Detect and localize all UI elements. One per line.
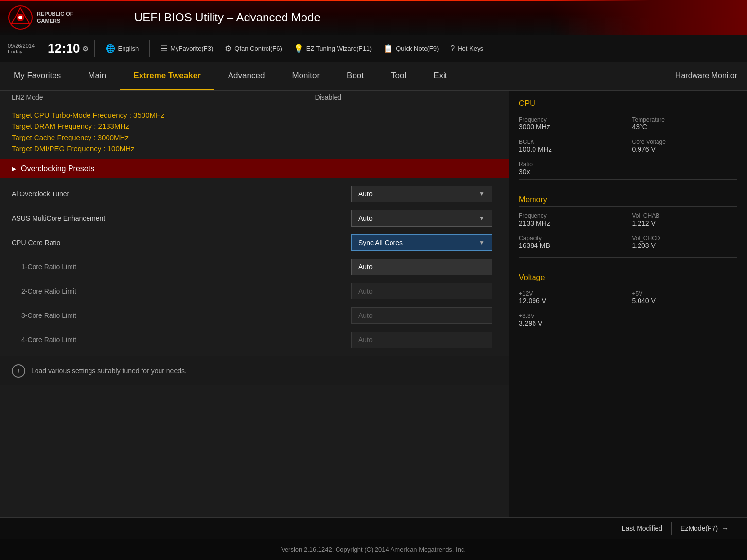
hardware-monitor-text: Hardware Monitor <box>676 71 737 80</box>
cpu-bclk-value: 100.0 MHz <box>519 145 624 153</box>
tab-my-favorites[interactable]: My Favorites <box>0 62 74 90</box>
quick-note-button[interactable]: 📋 Quick Note(F9) <box>378 42 444 55</box>
v5-value: 5.040 V <box>632 297 738 305</box>
time-display: 12:10 ⚙ <box>48 41 89 56</box>
v12-v5-grid: +12V 12.096 V +5V 5.040 V <box>519 290 737 309</box>
datetime-display: 09/26/2014 Friday <box>8 43 42 54</box>
tab-boot[interactable]: Boot <box>333 62 377 90</box>
setting-row-1core: 1-Core Ratio Limit Auto <box>0 255 509 279</box>
cpu-vcore-value: 0.976 V <box>632 145 738 153</box>
mem-freq-value: 2133 MHz <box>519 219 624 227</box>
section-label: Overclocking Presets <box>21 164 94 173</box>
language-button[interactable]: 🌐 English <box>101 42 144 55</box>
4core-input-text: Auto <box>358 336 373 344</box>
info-lines: Target CPU Turbo-Mode Frequency : 3500MH… <box>0 103 509 159</box>
settings-area: Ai Overclock Tuner Auto ▼ ASUS MultiCore… <box>0 178 509 356</box>
multicore-dropdown-text: Auto <box>358 214 373 222</box>
fan-icon: ⚙ <box>225 44 231 53</box>
rog-logo-icon <box>8 5 33 30</box>
mem-vchab-value: 1.212 V <box>632 219 738 227</box>
cpu-bclk-group: BCLK 100.0 MHz <box>519 139 624 157</box>
my-favorite-label: MyFavorite(F3) <box>170 45 213 52</box>
tab-exit[interactable]: Exit <box>420 62 461 90</box>
ez-mode-label: EzMode(F7) <box>680 525 718 532</box>
cpu-freq-value: 3000 MHz <box>519 123 624 131</box>
2core-input-text: Auto <box>358 287 373 295</box>
cpu-ratio-group: Ratio 30x <box>519 161 737 175</box>
setting-row-3core: 3-Core Ratio Limit Auto <box>0 303 509 328</box>
header-bar: REPUBLIC OF GAMERS UEFI BIOS Utility – A… <box>0 0 747 35</box>
3core-input: Auto <box>351 307 492 324</box>
v33-value: 3.296 V <box>519 319 737 327</box>
mem-freq-vchab-grid: Frequency 2133 MHz Vol_CHAB 1.212 V <box>519 212 737 231</box>
ez-tuning-label: EZ Tuning Wizard(F11) <box>306 45 372 52</box>
date-text: 09/26/2014 <box>8 43 42 49</box>
cpu-freq-label: Frequency <box>519 116 624 123</box>
cpu-temp-value: 43°C <box>632 123 738 131</box>
toolbar-divider-2 <box>149 40 150 57</box>
cpu-bclk-label: BCLK <box>519 139 624 145</box>
brand-text: REPUBLIC OF GAMERS <box>37 10 73 24</box>
tab-extreme-tweaker[interactable]: Extreme Tweaker <box>120 62 214 90</box>
hot-keys-button[interactable]: ? Hot Keys <box>445 42 488 55</box>
target-dram-line: Target DRAM Frequency : 2133MHz <box>12 122 497 130</box>
mem-vchcd-label: Vol_CHCD <box>632 235 738 242</box>
globe-icon: 🌐 <box>106 44 115 53</box>
last-modified-button[interactable]: Last Modified <box>613 522 672 535</box>
info-bar: i Load various settings suitably tuned f… <box>0 356 509 385</box>
main-layout: LN2 Mode Disabled Target CPU Turbo-Mode … <box>0 91 747 517</box>
3core-input-text: Auto <box>358 312 373 319</box>
mem-freq-group: Frequency 2133 MHz <box>519 212 624 231</box>
mem-vchab-group: Vol_CHAB 1.212 V <box>632 212 738 231</box>
cpu-vcore-group: Core Voltage 0.976 V <box>632 139 738 157</box>
info-text: Load various settings suitably tuned for… <box>31 367 187 375</box>
cpu-vcore-label: Core Voltage <box>632 139 738 145</box>
tab-monitor[interactable]: Monitor <box>278 62 333 90</box>
section-arrow-icon: ▶ <box>12 165 16 172</box>
v12-group: +12V 12.096 V <box>519 290 624 309</box>
content-area: LN2 Mode Disabled Target CPU Turbo-Mode … <box>0 91 509 517</box>
nav-tabs: My Favorites Main Extreme Tweaker Advanc… <box>0 62 747 91</box>
cpu-ratio-value: 30x <box>519 168 737 175</box>
cpu-core-ratio-dropdown[interactable]: Sync All Cores ▼ <box>351 234 492 251</box>
overclocking-presets-section[interactable]: ▶ Overclocking Presets <box>0 159 509 178</box>
tab-advanced[interactable]: Advanced <box>214 62 279 90</box>
my-favorite-button[interactable]: ☰ MyFavorite(F3) <box>156 42 218 55</box>
time-text: 12:10 <box>48 41 80 56</box>
ai-overclock-dropdown[interactable]: Auto ▼ <box>351 186 492 202</box>
qfan-label: Qfan Control(F6) <box>234 45 282 52</box>
cpu-section-title: CPU <box>519 99 737 110</box>
1core-input[interactable]: Auto <box>351 259 492 275</box>
version-text: Version 2.16.1242. Copyright (C) 2014 Am… <box>281 546 466 553</box>
memory-divider <box>519 257 737 258</box>
memory-section-title: Memory <box>519 195 737 207</box>
ai-overclock-dropdown-text: Auto <box>358 190 373 198</box>
ai-overclock-value: Auto ▼ <box>351 186 497 202</box>
target-cpu-line: Target CPU Turbo-Mode Frequency : 3500MH… <box>12 111 497 119</box>
tab-main[interactable]: Main <box>74 62 120 90</box>
ez-mode-button[interactable]: EzMode(F7) → <box>672 522 737 535</box>
cpu-divider <box>519 179 737 180</box>
v33-label: +3.3V <box>519 313 737 319</box>
settings-gear-icon[interactable]: ⚙ <box>82 45 89 52</box>
cpu-core-ratio-dropdown-text: Sync All Cores <box>358 239 403 246</box>
multicore-dropdown-arrow-icon: ▼ <box>479 215 485 222</box>
4core-input: Auto <box>351 332 492 348</box>
1core-label: 1-Core Ratio Limit <box>12 263 351 271</box>
ez-tuning-button[interactable]: 💡 EZ Tuning Wizard(F11) <box>289 42 376 55</box>
3core-value: Auto <box>351 307 497 324</box>
cpu-core-ratio-dropdown-arrow-icon: ▼ <box>479 239 485 246</box>
2core-input: Auto <box>351 283 492 299</box>
mem-vchcd-value: 1.203 V <box>632 242 738 249</box>
tab-tool[interactable]: Tool <box>377 62 420 90</box>
multicore-dropdown[interactable]: Auto ▼ <box>351 210 492 227</box>
exit-arrow-icon: → <box>722 525 729 532</box>
qfan-button[interactable]: ⚙ Qfan Control(F6) <box>220 42 287 55</box>
mem-cap-label: Capacity <box>519 235 624 242</box>
voltage-section: Voltage +12V 12.096 V +5V 5.040 V +3.3V … <box>509 265 747 335</box>
lnz-label: LN2 Mode <box>12 93 43 101</box>
4core-label: 4-Core Ratio Limit <box>12 336 351 344</box>
setting-row-2core: 2-Core Ratio Limit Auto <box>0 279 509 303</box>
lnz-value: Disabled <box>315 93 341 101</box>
cpu-freq-group: Frequency 3000 MHz <box>519 116 624 135</box>
